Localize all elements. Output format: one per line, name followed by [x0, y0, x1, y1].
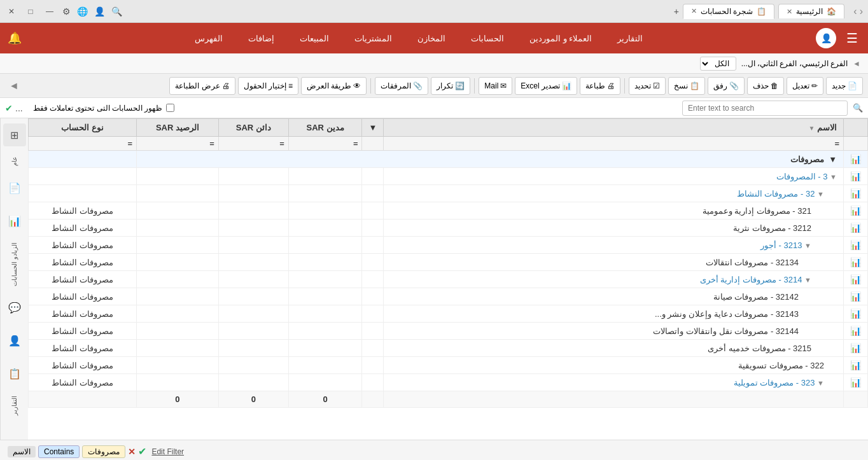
- nav-sales[interactable]: المبيعات: [295, 31, 334, 46]
- browser-search-icon[interactable]: 🔍: [111, 6, 122, 17]
- print-view-btn[interactable]: 🖨 عرض الطباعة: [169, 77, 235, 95]
- col-account-type[interactable]: نوع الحساب: [29, 119, 137, 137]
- mail-icon: ✉: [500, 81, 507, 90]
- nav-reports[interactable]: التقارير: [612, 31, 648, 46]
- notification-icon[interactable]: 🔔: [8, 31, 22, 45]
- row-chart-icon[interactable]: 📊: [850, 223, 861, 233]
- confirm-filter-icon[interactable]: ✔: [5, 103, 13, 113]
- row-debit: [288, 305, 362, 323]
- row-chart-icon[interactable]: 📊: [850, 171, 861, 181]
- row-chart-icon[interactable]: 📊: [850, 188, 861, 199]
- filter-value-tag[interactable]: مصروفات: [82, 445, 125, 458]
- edit-filter-btn[interactable]: Edit Filter: [151, 447, 184, 456]
- group-collapse-icon[interactable]: ▼: [829, 155, 837, 164]
- tab-home-close[interactable]: ✕: [787, 8, 792, 16]
- nav-additions[interactable]: إضافات: [243, 31, 279, 46]
- filter-confirm-icon[interactable]: ✔: [138, 445, 146, 457]
- table-row: 📊▼ 3213 - أجورمصروفات النشاط: [29, 237, 868, 254]
- filter-remove-btn[interactable]: ✕: [128, 447, 136, 457]
- copy-btn[interactable]: 📋 نسخ: [668, 77, 705, 95]
- group-chart-icon[interactable]: 📊: [850, 154, 861, 164]
- col-credit[interactable]: دائن SAR: [218, 119, 288, 137]
- nav-customers-suppliers[interactable]: العملاء و الموردين: [524, 31, 597, 46]
- search-input[interactable]: [682, 101, 848, 116]
- mail-btn[interactable]: ✉ Mail: [479, 77, 512, 95]
- browser-maximize[interactable]: □: [24, 5, 37, 18]
- row-name-link[interactable]: 32 - مصروفات النشاط: [737, 189, 815, 199]
- col-name[interactable]: الاسم ▼: [384, 119, 844, 137]
- filter-field-tag[interactable]: الاسم: [8, 446, 36, 457]
- name-sort-icon[interactable]: ▼: [808, 125, 815, 132]
- delete-btn[interactable]: 🗑 حذف: [747, 77, 784, 95]
- row-name-link[interactable]: 3 - المصروفات: [776, 172, 828, 181]
- main-nav: التقارير العملاء و الموردين الحسابات الم…: [29, 31, 808, 46]
- expand-icon[interactable]: ▼: [804, 276, 811, 284]
- attach-btn[interactable]: 📎 رفق: [708, 77, 745, 95]
- export-excel-btn[interactable]: 📊 تصدير Excel: [515, 77, 577, 95]
- row-chart-icon[interactable]: 📊: [850, 206, 861, 216]
- sidebar-doc-btn[interactable]: 📄: [3, 176, 26, 199]
- row-name-cell[interactable]: ▼ 323 - مصروفات تمويلية: [384, 374, 844, 391]
- expand-icon[interactable]: ▼: [817, 379, 824, 387]
- sidebar-accounts-btn[interactable]: 📊: [3, 209, 26, 232]
- row-name-cell[interactable]: ▼ 3213 - أجور: [384, 237, 844, 254]
- edit-btn[interactable]: ✏ تعديل: [787, 77, 823, 95]
- row-chart-icon[interactable]: 📊: [850, 291, 861, 302]
- filter-contains-tag[interactable]: Contains: [38, 445, 80, 458]
- row-name-link[interactable]: 3214 - مصروفات إدارية أخرى: [700, 275, 802, 284]
- attachments-btn[interactable]: 📎 المرفقات: [375, 77, 428, 95]
- col-filter-icon[interactable]: ▼: [362, 119, 384, 137]
- repeat-btn[interactable]: 🔄 تكرار: [431, 77, 470, 95]
- nav-warehouses[interactable]: المخازن: [412, 31, 451, 46]
- print-btn[interactable]: 🖨 طباعة: [580, 77, 620, 95]
- row-chart-icon[interactable]: 📊: [850, 240, 861, 250]
- browser-translate-icon[interactable]: 🌐: [77, 6, 88, 17]
- dots-menu-btn[interactable]: ...: [15, 103, 23, 113]
- hamburger-menu[interactable]: ☰: [844, 28, 860, 48]
- tab-home[interactable]: 🏠 الرئيسية ✕: [778, 4, 844, 18]
- branch-filter-select[interactable]: الكل: [700, 57, 736, 71]
- sidebar-reports-btn[interactable]: 📋: [3, 363, 26, 386]
- forward-btn[interactable]: ›: [853, 6, 857, 17]
- browser-minimize[interactable]: —: [43, 5, 56, 18]
- view-mode-btn[interactable]: 👁 طريقة العرض: [301, 77, 367, 95]
- filter-funnel-icon[interactable]: ▼: [368, 123, 377, 132]
- browser-close[interactable]: ✕: [5, 5, 18, 18]
- browser-settings-icon[interactable]: ⚙: [62, 6, 71, 17]
- transactions-only-checkbox[interactable]: [166, 104, 174, 112]
- new-tab-btn[interactable]: +: [674, 6, 679, 17]
- row-chart-icon[interactable]: 📊: [850, 343, 861, 353]
- sidebar-whatsapp-btn[interactable]: 💬: [3, 296, 26, 319]
- breadcrumb-arrow[interactable]: ◄: [853, 59, 860, 68]
- tab-accounts-tree[interactable]: 📋 شجرة الحسابات ✕: [683, 4, 774, 19]
- row-chart-icon[interactable]: 📊: [850, 326, 861, 336]
- expand-icon[interactable]: ▼: [830, 173, 837, 181]
- row-chart-icon[interactable]: 📊: [850, 274, 861, 284]
- new-btn[interactable]: 📄 جديد: [826, 77, 863, 95]
- select-fields-btn[interactable]: ≡ إختيار الحقول: [238, 77, 298, 95]
- col-balance[interactable]: الرصيد SAR: [137, 119, 219, 137]
- expand-icon[interactable]: ▼: [817, 190, 824, 198]
- nav-accounts[interactable]: الحسابات: [466, 31, 509, 46]
- nav-purchases[interactable]: المشتريات: [349, 31, 397, 46]
- row-name-cell[interactable]: ▼ 3 - المصروفات: [384, 168, 844, 185]
- back-btn[interactable]: ‹: [860, 6, 863, 17]
- sidebar-grid-btn[interactable]: ⊞: [3, 123, 26, 146]
- accounts-table-container[interactable]: الاسم ▼ ▼ مدين SAR دائن SAR الرصيد SAR: [28, 118, 868, 440]
- row-name-link[interactable]: 3213 - أجور: [760, 240, 802, 250]
- sidebar-person-btn[interactable]: 👤: [3, 330, 26, 352]
- select-btn[interactable]: ☑ تحديد: [629, 77, 666, 95]
- row-name-cell[interactable]: ▼ 3214 - مصروفات إدارية أخرى: [384, 271, 844, 288]
- expand-icon[interactable]: ▼: [804, 242, 811, 249]
- col-debit[interactable]: مدين SAR: [288, 119, 362, 137]
- nav-index[interactable]: الفهرس: [190, 31, 228, 46]
- row-name-cell[interactable]: ▼ 32 - مصروفات النشاط: [384, 185, 844, 202]
- row-chart-icon[interactable]: 📊: [850, 360, 861, 370]
- toolbar-expand-arrow[interactable]: ◄: [5, 79, 23, 93]
- browser-user-icon[interactable]: 👤: [94, 6, 105, 17]
- row-chart-icon[interactable]: 📊: [850, 257, 861, 267]
- tab-accounts-close[interactable]: ✕: [691, 7, 697, 15]
- row-chart-icon[interactable]: 📊: [850, 377, 861, 387]
- row-chart-icon[interactable]: 📊: [850, 309, 861, 319]
- row-name-link[interactable]: 323 - مصروفات تمويلية: [734, 378, 815, 387]
